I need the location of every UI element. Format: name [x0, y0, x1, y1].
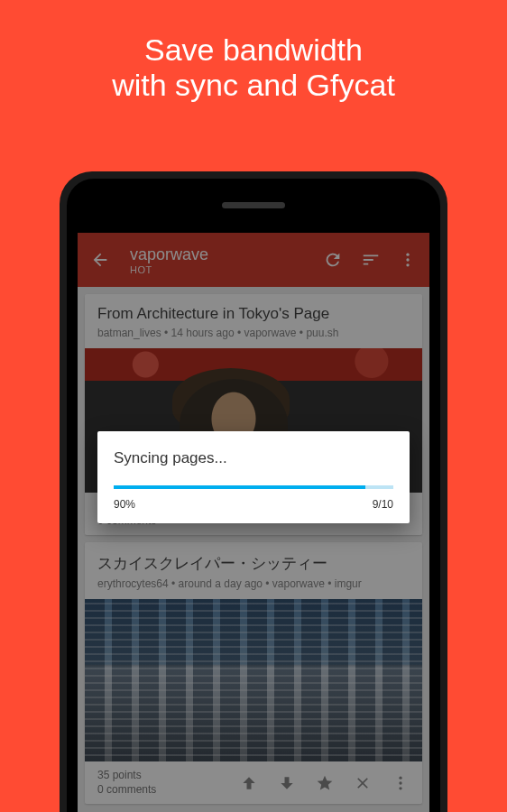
- progress-count: 9/10: [373, 498, 393, 511]
- promo-line-2: with sync and Gfycat: [18, 68, 489, 103]
- phone-speaker: [222, 202, 285, 208]
- phone-screen: vaporwave HOT From Architecture in Tokyo…: [78, 233, 429, 812]
- promo-headline: Save bandwidth with sync and Gfycat: [0, 0, 507, 128]
- dialog-title: Syncing pages...: [114, 449, 393, 467]
- phone-frame: vaporwave HOT From Architecture in Tokyo…: [60, 171, 447, 812]
- progress-labels: 90% 9/10: [114, 498, 393, 511]
- promo-line-1: Save bandwidth: [18, 32, 489, 68]
- progress-fill: [114, 485, 365, 489]
- progress-bar: [114, 485, 393, 489]
- phone-bezel: vaporwave HOT From Architecture in Tokyo…: [67, 179, 440, 812]
- sync-dialog: Syncing pages... 90% 9/10: [97, 431, 410, 523]
- progress-percent: 90%: [114, 498, 135, 511]
